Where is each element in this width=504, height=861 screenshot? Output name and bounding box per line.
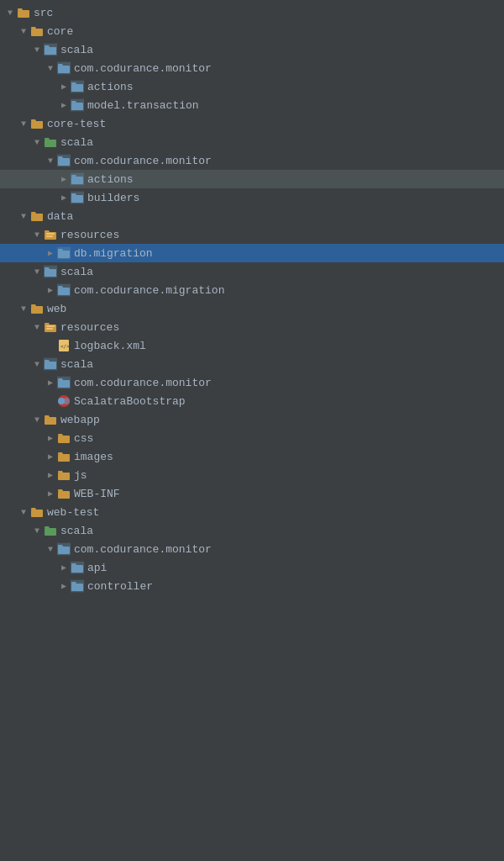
tree-item-js[interactable]: js [0,466,504,484]
tree-icon-logback.xml: </> [57,339,71,352]
tree-item-WEB-INF[interactable]: WEB-INF [0,484,504,503]
svg-rect-14 [31,121,43,129]
tree-arrow-ScalatraBootstrap[interactable] [44,394,57,408]
tree-item-scala5[interactable]: scala [0,521,504,540]
tree-label-scala1: scala [60,44,93,56]
svg-rect-67 [71,584,83,591]
tree-item-scala4[interactable]: scala [0,355,504,373]
tree-item-src[interactable]: src [0,3,504,22]
tree-item-db.migration[interactable]: db.migration [0,244,504,262]
tree-item-web-test[interactable]: web-test [0,503,504,521]
tree-label-com.codurance.migration: com.codurance.migration [74,284,224,297]
tree-arrow-css[interactable] [44,431,57,445]
tree-item-webapp[interactable]: webapp [0,410,504,429]
tree-arrow-resources2[interactable] [30,320,44,334]
tree-arrow-logback.xml[interactable] [44,339,57,352]
tree-arrow-com.codurance.monitor3[interactable] [44,376,57,389]
tree-arrow-actions1[interactable] [57,80,71,93]
tree-label-actions1: actions [87,81,134,93]
tree-item-resources2[interactable]: resources [0,318,504,336]
tree-arrow-scala4[interactable] [30,357,44,371]
tree-arrow-scala2[interactable] [30,135,44,149]
svg-rect-30 [58,251,70,258]
tree-item-api[interactable]: api [0,558,504,577]
tree-arrow-web[interactable] [17,302,30,315]
tree-item-scala2[interactable]: scala [0,133,504,151]
tree-label-ScalatraBootstrap: ScalatraBootstrap [74,395,186,408]
tree-arrow-builders[interactable] [57,191,71,204]
tree-arrow-src[interactable] [3,6,17,19]
tree-arrow-js[interactable] [44,468,57,482]
svg-rect-64 [71,565,83,573]
tree-item-model.transaction[interactable]: model.transaction [0,96,504,114]
tree-arrow-resources1[interactable] [30,228,44,241]
tree-arrow-images[interactable] [44,450,57,463]
tree-item-core[interactable]: core [0,22,504,40]
tree-arrow-core[interactable] [17,24,30,38]
tree-item-web[interactable]: web [0,299,504,318]
tree-label-actions2: actions [87,173,134,186]
svg-rect-41 [46,328,53,330]
tree-label-scala4: scala [60,358,93,371]
tree-item-com.codurance.monitor4[interactable]: com.codurance.monitor [0,540,504,558]
tree-arrow-com.codurance.monitor1[interactable] [44,61,57,75]
tree-arrow-data[interactable] [17,209,30,223]
tree-item-css[interactable]: css [0,429,504,447]
tree-icon-db.migration [57,246,71,260]
tree-label-com.codurance.monitor3: com.codurance.monitor [74,377,212,389]
svg-rect-45 [45,362,56,369]
tree-arrow-scala3[interactable] [30,265,44,278]
tree-item-core-test[interactable]: core-test [0,114,504,133]
tree-icon-src [17,6,30,19]
tree-icon-resources1 [44,228,57,241]
tree-label-model.transaction: model.transaction [87,99,199,112]
tree-arrow-WEB-INF[interactable] [44,487,57,500]
tree-item-actions1[interactable]: actions [0,77,504,96]
tree-item-logback.xml[interactable]: </>logback.xml [0,336,504,355]
tree-item-com.codurance.monitor2[interactable]: com.codurance.monitor [0,151,504,170]
tree-icon-scala5 [44,524,57,537]
svg-rect-59 [45,528,56,536]
tree-arrow-actions2[interactable] [57,172,71,186]
tree-icon-scala2 [44,135,57,149]
tree-icon-data [30,209,44,223]
tree-item-com.codurance.monitor3[interactable]: com.codurance.monitor [0,373,504,392]
tree-arrow-db.migration[interactable] [44,246,57,260]
tree-item-controller[interactable]: controller [0,577,504,595]
svg-rect-48 [58,380,70,388]
tree-item-resources1[interactable]: resources [0,225,504,244]
tree-item-com.codurance.migration[interactable]: com.codurance.migration [0,281,504,299]
tree-arrow-com.codurance.migration[interactable] [44,283,57,297]
tree-arrow-controller[interactable] [57,579,71,593]
tree-item-actions2[interactable]: actions [0,170,504,188]
tree-arrow-com.codurance.monitor4[interactable] [44,542,57,556]
tree-label-web-test: web-test [47,506,99,519]
tree-arrow-web-test[interactable] [17,505,30,519]
tree-item-scala1[interactable]: scala [0,40,504,59]
tree-arrow-core-test[interactable] [17,117,30,130]
tree-arrow-scala5[interactable] [30,524,44,537]
tree-icon-core [30,24,44,38]
tree-item-com.codurance.monitor1[interactable]: com.codurance.monitor [0,59,504,77]
svg-rect-36 [58,288,70,295]
tree-arrow-model.transaction[interactable] [57,98,71,112]
tree-icon-scala4 [44,357,57,371]
tree-item-scala3[interactable]: scala [0,262,504,281]
svg-rect-6 [58,66,70,73]
tree-arrow-com.codurance.monitor2[interactable] [44,154,57,167]
tree-arrow-api[interactable] [57,561,71,574]
tree-arrow-webapp[interactable] [30,413,44,426]
svg-rect-3 [45,47,56,55]
tree-item-images[interactable]: images [0,447,504,466]
tree-item-data[interactable]: data [0,207,504,225]
tree-icon-com.codurance.monitor4 [57,542,71,556]
tree-arrow-scala1[interactable] [30,43,44,56]
tree-label-scala3: scala [60,266,93,278]
tree-item-builders[interactable]: builders [0,188,504,207]
svg-point-52 [63,398,70,404]
tree-label-resources2: resources [60,321,119,334]
svg-rect-55 [58,454,70,462]
tree-icon-model.transaction [71,98,84,112]
tree-item-ScalatraBootstrap[interactable]: ScalatraBootstrap [0,392,504,410]
tree-icon-actions1 [71,80,84,93]
